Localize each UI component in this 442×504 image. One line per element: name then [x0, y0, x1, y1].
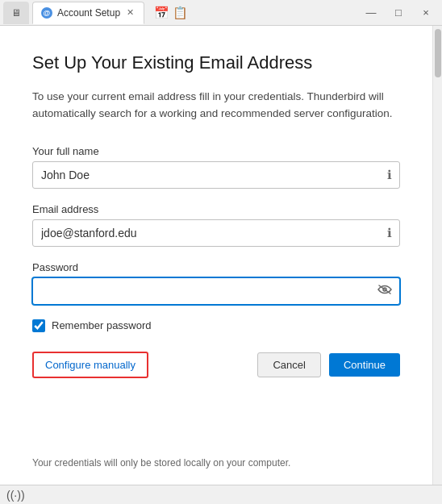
password-label: Password: [32, 261, 400, 273]
email-input[interactable]: [32, 219, 400, 247]
email-label: Email address: [32, 203, 400, 215]
tab-bar-extras: 📅 📋: [154, 6, 188, 20]
titlebar-controls: — □ ×: [358, 2, 439, 24]
statusbar: ((·)): [0, 485, 442, 504]
configure-manually-button[interactable]: Configure manually: [32, 352, 148, 378]
name-input-wrapper: ℹ: [32, 161, 400, 189]
tab-active-label: Account Setup: [57, 7, 120, 19]
main-wrapper: Set Up Your Existing Email Address To us…: [0, 26, 442, 485]
tab-inactive[interactable]: 🖥: [3, 2, 29, 24]
content-area: Set Up Your Existing Email Address To us…: [0, 26, 432, 485]
page-description: To use your current email address fill i…: [32, 88, 400, 123]
name-input[interactable]: [32, 161, 400, 189]
minimize-button[interactable]: —: [358, 2, 384, 24]
password-field-group: Password: [32, 261, 400, 305]
email-field-group: Email address ℹ: [32, 203, 400, 247]
scrollbar-thumb[interactable]: [435, 29, 441, 77]
name-label: Your full name: [32, 145, 400, 157]
scrollbar[interactable]: [432, 26, 442, 485]
remember-password-label[interactable]: Remember password: [52, 319, 152, 331]
button-row: Configure manually Cancel Continue: [32, 352, 400, 378]
calendar-icon[interactable]: 📅: [154, 6, 169, 20]
password-input[interactable]: [32, 277, 400, 305]
tab-close-button[interactable]: ✕: [125, 7, 136, 18]
maximize-button[interactable]: □: [386, 2, 411, 24]
remember-password-row: Remember password: [32, 319, 400, 332]
remember-password-checkbox[interactable]: [32, 319, 45, 332]
tasks-icon[interactable]: 📋: [173, 6, 188, 20]
password-input-wrapper: [32, 277, 400, 305]
wifi-status-icon: ((·)): [6, 489, 25, 502]
email-input-wrapper: ℹ: [32, 219, 400, 247]
name-field-group: Your full name ℹ: [32, 145, 400, 189]
page-title: Set Up Your Existing Email Address: [32, 52, 400, 75]
close-button[interactable]: ×: [413, 2, 439, 24]
tab-active[interactable]: @ Account Setup ✕: [32, 2, 144, 24]
tab-email-icon: @: [41, 7, 52, 19]
titlebar: 🖥 @ Account Setup ✕ 📅 📋 — □ ×: [0, 0, 442, 26]
footer-note: Your credentials will only be stored loc…: [32, 451, 400, 469]
continue-button[interactable]: Continue: [329, 353, 400, 377]
password-toggle-icon[interactable]: [377, 284, 392, 298]
cancel-button[interactable]: Cancel: [257, 352, 320, 377]
name-info-icon[interactable]: ℹ: [387, 168, 392, 182]
email-info-icon[interactable]: ℹ: [387, 226, 392, 240]
titlebar-left: 🖥 @ Account Setup ✕ 📅 📋: [3, 2, 358, 24]
